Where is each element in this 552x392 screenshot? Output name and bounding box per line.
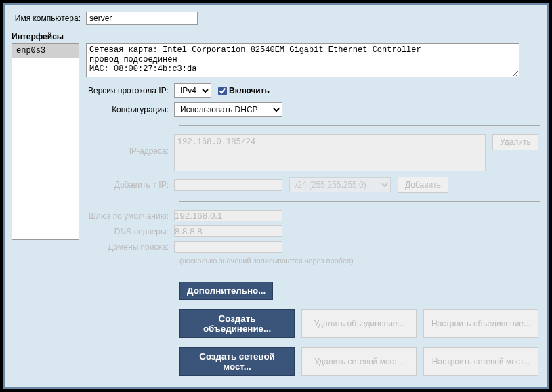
config-bond-button: Настроить объединение... <box>423 309 538 338</box>
interface-details: Сетевая карта: Intel Corporation 82540EM… <box>86 43 540 385</box>
delete-bond-button: Удалить объединение... <box>301 309 417 338</box>
divider <box>179 201 540 202</box>
add-ip-input <box>174 179 282 191</box>
add-ip-button: Добавить <box>398 177 448 193</box>
dns-label: DNS-серверы: <box>86 227 174 236</box>
enable-label: Включить <box>229 86 270 95</box>
network-config-window: Имя компьютера: Интерфейсы enp0s3 Сетева… <box>3 3 549 389</box>
divider <box>179 125 540 126</box>
protocol-row: Версия протокола IP: IPv4 Включить <box>86 83 540 98</box>
search-domains-input <box>174 241 282 253</box>
create-bridge-button[interactable]: Создать сетевой мост... <box>179 347 295 376</box>
protocol-select[interactable]: IPv4 <box>174 83 211 98</box>
config-bridge-button: Настроить сетевой мост... <box>423 347 538 376</box>
interfaces-title: Интерфейсы <box>12 32 540 41</box>
additional-button[interactable]: Дополнительно... <box>179 282 273 300</box>
search-domains-label: Домены поиска: <box>86 242 174 252</box>
interface-list[interactable]: enp0s3 <box>12 43 79 240</box>
create-bond-button[interactable]: Создать объединение... <box>179 309 295 338</box>
gateway-input <box>174 210 282 221</box>
main-area: enp0s3 Сетевая карта: Intel Corporation … <box>12 43 540 385</box>
enable-checkbox[interactable] <box>218 87 227 95</box>
ip-addresses-label: IP-адреса: <box>86 134 174 156</box>
add-ip-label: Добавить ↑ IP: <box>113 180 174 190</box>
static-ip-section: IP-адреса: 192.168.0.185/24 Удалить Доба… <box>86 134 540 193</box>
hostname-label: Имя компьютера: <box>12 14 86 23</box>
interface-info[interactable]: Сетевая карта: Intel Corporation 82540EM… <box>86 43 519 77</box>
gateway-label: Шлюз по умолчанию: <box>86 211 174 221</box>
config-row: Конфигурация: Использовать DHCP <box>86 102 540 117</box>
hostname-row: Имя компьютера: <box>12 12 540 25</box>
action-buttons: Дополнительно... Создать объединение... … <box>86 282 540 376</box>
dns-input <box>174 225 282 237</box>
interface-item[interactable]: enp0s3 <box>12 44 79 58</box>
netmask-select: /24 (255.255.255.0) <box>289 177 391 192</box>
gateway-dns-section: Шлюз по умолчанию: DNS-серверы: Домены п… <box>86 210 540 265</box>
hostname-input[interactable] <box>86 12 198 25</box>
config-select[interactable]: Использовать DHCP <box>174 102 282 117</box>
delete-bridge-button: Удалить сетевой мост... <box>301 347 417 376</box>
ip-addresses-list: 192.168.0.185/24 <box>174 134 486 171</box>
delete-ip-button: Удалить <box>492 134 538 150</box>
protocol-label: Версия протокола IP: <box>86 86 174 95</box>
search-domains-hint: (несколько значений записываются через п… <box>179 257 540 265</box>
config-label: Конфигурация: <box>86 105 174 114</box>
